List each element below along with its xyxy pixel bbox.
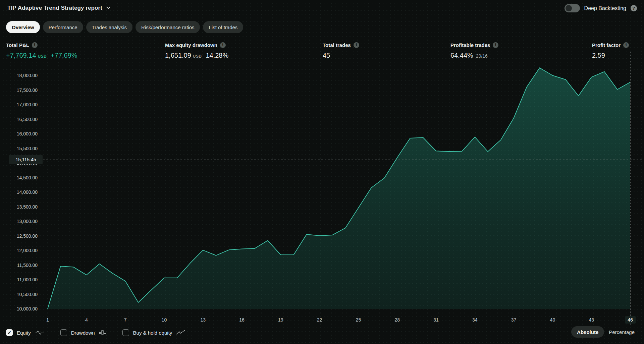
x-axis-tick: 40 — [547, 316, 558, 324]
legend-label: Drawdown — [71, 330, 95, 336]
legend-label: Equity — [17, 330, 31, 336]
y-axis-tick: 13,500.00 — [0, 204, 38, 210]
y-axis-tick: 11,000.00 — [0, 277, 38, 282]
chevron-down-icon[interactable] — [106, 5, 110, 9]
current-value-label: 15,115.45 — [9, 155, 43, 164]
stat-profit-factor: Profit factor i 2.59 — [592, 42, 629, 59]
buy-hold-checkbox[interactable]: ✓ — [122, 329, 129, 336]
question-icon[interactable]: ? — [631, 5, 637, 11]
stat-label: Total P&L — [6, 42, 29, 48]
x-axis-tick: 19 — [275, 316, 286, 324]
toggle-knob — [566, 5, 572, 11]
info-icon[interactable]: i — [493, 42, 498, 48]
stat-value: 1,651.09 — [165, 52, 191, 59]
legend-item-buy-hold[interactable]: ✓ Buy & hold equity — [122, 329, 186, 336]
tab-performance[interactable]: Performance — [43, 21, 83, 33]
y-axis-tick: 14,500.00 — [0, 175, 38, 180]
legend-item-drawdown[interactable]: ✓ Drawdown — [60, 329, 106, 336]
info-icon[interactable]: i — [220, 42, 226, 48]
equity-checkbox[interactable]: ✓ — [6, 329, 13, 336]
x-axis-tick: 28 — [392, 316, 402, 324]
drawdown-checkbox[interactable]: ✓ — [60, 329, 67, 336]
stat-label: Profit factor — [592, 42, 621, 48]
stat-unit: USD — [193, 54, 202, 59]
x-axis-tick: 7 — [121, 316, 129, 324]
x-axis-tick: 37 — [508, 316, 519, 324]
drawdown-bars-icon — [99, 330, 106, 335]
x-axis-tick: 25 — [353, 316, 364, 324]
info-icon[interactable]: i — [354, 42, 359, 48]
y-axis-tick: 11,500.00 — [0, 263, 38, 268]
y-axis-tick: 10,500.00 — [0, 292, 38, 297]
equity-area-fill — [48, 68, 630, 309]
x-axis-tick: 13 — [198, 316, 208, 324]
stat-max-drawdown: Max equity drawdown i 1,651.09 USD 14.28… — [165, 42, 228, 59]
tab-risk-performance-ratios[interactable]: Risk/performance ratios — [136, 21, 200, 33]
stat-profitable-trades: Profitable trades i 64.44% 29/16 — [450, 42, 498, 59]
stat-total-pnl: Total P&L i +7,769.14 USD +77.69% — [6, 42, 77, 59]
y-axis-tick: 10,000.00 — [0, 306, 38, 311]
y-axis-tick: 12,000.00 — [0, 248, 38, 253]
legend-item-equity[interactable]: ✓ Equity — [6, 329, 44, 336]
stat-percent: +77.69% — [51, 52, 77, 59]
stat-value: +7,769.14 — [6, 52, 36, 59]
y-axis-tick: 18,000.00 — [0, 73, 38, 78]
percentage-button[interactable]: Percentage — [607, 329, 636, 335]
stat-unit: USD — [38, 54, 47, 59]
equity-line — [48, 68, 630, 309]
stat-ratio: 29/16 — [476, 53, 488, 59]
equity-curve-icon — [35, 330, 44, 335]
crosshair-line — [630, 52, 631, 325]
y-axis-tick: 13,000.00 — [0, 219, 38, 224]
x-axis-tick: 43 — [586, 316, 597, 324]
x-axis-tick: 31 — [431, 316, 441, 324]
x-axis-tick: 10 — [159, 316, 170, 324]
x-axis-tick: 46 — [625, 316, 636, 324]
stat-label: Profitable trades — [450, 42, 490, 48]
y-axis-tick: 12,500.00 — [0, 233, 38, 239]
absolute-button[interactable]: Absolute — [571, 326, 604, 338]
y-axis-tick: 17,500.00 — [0, 88, 38, 93]
y-axis-tick: 17,000.00 — [0, 102, 38, 107]
stat-value: 45 — [323, 52, 330, 59]
stat-label: Total trades — [323, 42, 351, 48]
page-title: TIP Adaptive Trend Strategy report — [7, 5, 102, 11]
tab-overview[interactable]: Overview — [6, 21, 40, 33]
stat-value: 2.59 — [592, 52, 605, 59]
value-mode-switch: Absolute Percentage — [571, 326, 636, 338]
stat-label: Max equity drawdown — [165, 42, 217, 48]
current-value-line — [9, 160, 642, 160]
report-title-dropdown[interactable]: TIP Adaptive Trend Strategy report — [7, 5, 110, 11]
tab-list-of-trades[interactable]: List of trades — [203, 21, 243, 33]
x-axis-tick: 4 — [83, 316, 91, 324]
info-icon[interactable]: i — [623, 42, 629, 48]
x-axis-tick: 16 — [236, 316, 247, 324]
stat-value: 64.44% — [450, 52, 473, 59]
x-axis-tick: 34 — [470, 316, 480, 324]
y-axis-tick: 16,500.00 — [0, 117, 38, 122]
y-axis-tick: 15,500.00 — [0, 146, 38, 151]
buy-hold-line-icon — [176, 330, 185, 335]
y-axis-tick: 16,000.00 — [0, 131, 38, 136]
legend-label: Buy & hold equity — [133, 330, 172, 336]
tab-trades-analysis[interactable]: Trades analysis — [86, 21, 133, 33]
chart-legend: ✓ Equity ✓ Drawdown ✓ Buy & hold equity — [6, 326, 185, 340]
checkmark-icon: ✓ — [7, 330, 11, 335]
deep-backtesting-toggle[interactable] — [565, 4, 580, 12]
x-axis-tick: 1 — [44, 316, 52, 324]
stat-percent: 14.28% — [206, 52, 228, 59]
equity-chart[interactable]: 18,000.0017,500.0017,000.0016,500.0016,0… — [0, 0, 644, 344]
y-axis-tick: 14,000.00 — [0, 189, 38, 195]
x-axis-tick: 22 — [314, 316, 325, 324]
equity-chart-canvas — [0, 0, 644, 344]
stat-total-trades: Total trades i 45 — [323, 42, 359, 59]
deep-backtesting-label: Deep Backtesting — [584, 5, 626, 11]
report-tabs: Overview Performance Trades analysis Ris… — [6, 21, 243, 33]
info-icon[interactable]: i — [32, 42, 38, 48]
